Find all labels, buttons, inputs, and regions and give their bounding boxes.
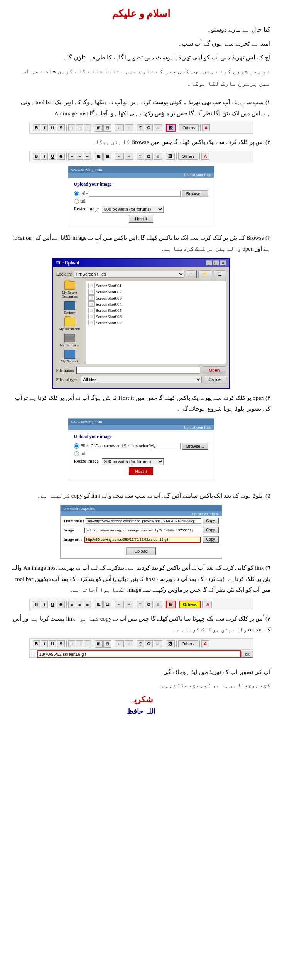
tb3-btn-align2[interactable]: ≡: [76, 601, 83, 608]
copy-btn-imageurl[interactable]: Copy: [203, 536, 218, 543]
sidebar-desktop[interactable]: Desktop: [58, 301, 81, 315]
tb4-btn-smiley[interactable]: ☺: [154, 640, 162, 647]
tb3-btn-font[interactable]: A: [204, 601, 212, 608]
tb3-btn-image[interactable]: 🖼: [166, 601, 176, 608]
lookin-select[interactable]: PrnScreen Files: [74, 271, 185, 278]
tb3-btn-i[interactable]: I: [41, 601, 48, 608]
sidebar-recent-docs[interactable]: My Recent Documents: [58, 281, 81, 299]
tb4-btn-b[interactable]: B: [33, 640, 41, 647]
tb3-btn-align1[interactable]: ≡: [68, 601, 75, 608]
imageurl-input[interactable]: [84, 537, 201, 543]
tb2-btn-i[interactable]: I: [41, 153, 48, 160]
tb4-btn-i[interactable]: I: [41, 640, 48, 647]
tb2-btn-indent2[interactable]: →: [125, 153, 133, 160]
copy-btn-thumbnail[interactable]: Copy: [203, 518, 218, 524]
toolbar-btn-align1[interactable]: ≡: [68, 124, 75, 131]
tb2-others-btn[interactable]: Others: [178, 153, 198, 160]
host-btn-2[interactable]: Host it: [129, 467, 153, 475]
toolbar-btn-u[interactable]: U: [49, 124, 56, 131]
toolbar-btn-align2[interactable]: ≡: [76, 124, 83, 131]
cancel-button[interactable]: Cancel: [204, 376, 226, 383]
tb3-btn-indent1[interactable]: ←: [115, 601, 124, 608]
tb4-btn-s[interactable]: S: [57, 640, 64, 647]
tb4-btn-u[interactable]: U: [49, 640, 56, 647]
toolbar-btn-b[interactable]: B: [33, 124, 41, 131]
sidebar-my-network[interactable]: My Network: [58, 349, 81, 364]
tb4-btn-list2[interactable]: ⊟: [103, 640, 111, 648]
tb3-btn-indent2[interactable]: →: [125, 601, 133, 608]
sidebar-my-computer[interactable]: My Computer: [58, 333, 81, 348]
tb2-btn-s[interactable]: S: [57, 153, 64, 160]
dialog-minimize-btn[interactable]: _: [206, 260, 212, 266]
file-path-input-2[interactable]: [89, 443, 180, 449]
tb4-btn-para[interactable]: ¶: [137, 640, 144, 647]
toolbar-btn-list2[interactable]: ⊟: [103, 124, 111, 132]
file-item-4[interactable]: 📄 ScreenShot004: [88, 301, 224, 307]
host-btn-1[interactable]: Host it: [129, 215, 153, 223]
tb2-btn-list1[interactable]: ⊞: [95, 153, 103, 160]
file-radio[interactable]: [74, 191, 79, 196]
tb3-btn-b[interactable]: B: [33, 601, 41, 608]
tb2-btn-para[interactable]: ¶: [137, 153, 144, 160]
resize-select-2[interactable]: 800 px width (for forums): [102, 458, 164, 465]
tb2-btn-align1[interactable]: ≡: [68, 153, 75, 160]
tb4-btn-omega[interactable]: Ω: [145, 640, 153, 647]
tb4-btn-image[interactable]: 🖼: [166, 640, 175, 647]
link-value-input[interactable]: [37, 650, 241, 658]
tb3-btn-u[interactable]: U: [49, 601, 56, 608]
tb4-btn-font[interactable]: A: [201, 640, 209, 647]
open-button[interactable]: Open: [203, 366, 226, 374]
file-radio-2[interactable]: [74, 443, 79, 449]
lookin-newfolder-btn[interactable]: 📁: [198, 270, 212, 278]
tb4-btn-list1[interactable]: ⊞: [95, 640, 103, 648]
link-ok-button[interactable]: ok: [241, 651, 253, 658]
tb2-btn-indent1[interactable]: ←: [115, 153, 124, 160]
tb4-btn-align1[interactable]: ≡: [68, 640, 75, 647]
tb3-btn-omega[interactable]: Ω: [145, 601, 153, 608]
toolbar-btn-font[interactable]: A: [202, 124, 210, 131]
lookin-up-btn[interactable]: ↑: [186, 270, 197, 278]
tb2-btn-smiley[interactable]: ☺: [154, 153, 162, 160]
tb3-others-btn[interactable]: Others: [179, 601, 200, 608]
file-item-5[interactable]: 📄 ScreenShot005: [88, 307, 224, 313]
dialog-close-btn[interactable]: ✕: [220, 260, 226, 266]
file-item-3[interactable]: 📄 ScreenShot003: [88, 295, 224, 301]
file-path-input-1[interactable]: [89, 191, 180, 197]
tb3-btn-align3[interactable]: ≡: [84, 601, 91, 608]
tb3-btn-list2[interactable]: ⊟: [103, 601, 111, 608]
tb3-btn-para[interactable]: ¶: [137, 601, 144, 608]
file-item-2[interactable]: 📄 ScreenShot002: [88, 289, 224, 295]
toolbar-btn-indent2[interactable]: →: [125, 124, 133, 131]
file-item-6[interactable]: 📄 ScreenShot006: [88, 313, 224, 320]
tb4-others-btn[interactable]: Others: [178, 640, 198, 647]
sidebar-my-documents[interactable]: My Documents: [58, 317, 81, 332]
toolbar-btn-smiley[interactable]: ☺: [154, 124, 162, 131]
browse-button-2[interactable]: Browse...: [182, 443, 208, 450]
resize-select-1[interactable]: 800 px width (for forums): [102, 206, 164, 213]
toolbar-btn-omega[interactable]: Ω: [145, 124, 153, 131]
toolbar-btn-i[interactable]: I: [41, 124, 48, 131]
tb2-btn-align3[interactable]: ≡: [84, 153, 91, 160]
copy-btn-image[interactable]: Copy: [203, 527, 218, 533]
tb2-btn-image-host[interactable]: 🖼: [166, 153, 175, 160]
tb2-btn-align2[interactable]: ≡: [76, 153, 83, 160]
toolbar-btn-indent1[interactable]: ←: [115, 124, 124, 131]
browse-button-1[interactable]: Browse...: [182, 190, 208, 197]
toolbar-btn-para[interactable]: ¶: [137, 124, 144, 131]
tb2-btn-u[interactable]: U: [49, 153, 56, 160]
toolbar-btn-s[interactable]: S: [57, 124, 64, 131]
toolbar-btn-align3[interactable]: ≡: [84, 124, 91, 131]
filename-input[interactable]: [76, 367, 200, 374]
file-item-1[interactable]: 📄 ScreenShot001: [88, 283, 224, 289]
tb3-btn-s[interactable]: S: [57, 601, 64, 608]
toolbar-others-btn[interactable]: Others: [179, 124, 199, 131]
thumbnail-input[interactable]: [86, 518, 201, 524]
lookin-view-btn[interactable]: ☰: [214, 270, 226, 278]
tb4-btn-align2[interactable]: ≡: [76, 640, 83, 647]
tb2-btn-omega[interactable]: Ω: [145, 153, 153, 160]
tb4-btn-indent1[interactable]: ←: [115, 640, 124, 647]
image-input[interactable]: [84, 528, 201, 533]
tb2-btn-font[interactable]: A: [201, 153, 209, 160]
url-radio[interactable]: [74, 199, 79, 204]
tb3-btn-smiley[interactable]: ☺: [154, 601, 162, 608]
